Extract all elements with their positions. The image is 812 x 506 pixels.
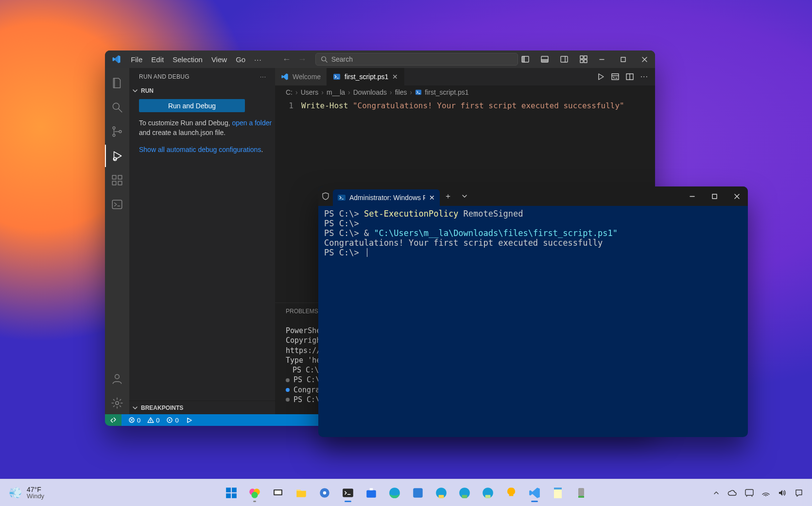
nav-forward-icon[interactable]: → xyxy=(298,54,307,65)
nav-back-icon[interactable]: ← xyxy=(282,54,291,65)
svg-rect-26 xyxy=(415,90,421,95)
editor-tabs: Welcome first_script.ps1 ✕ ··· xyxy=(275,68,655,85)
vscode-logo-icon xyxy=(281,73,289,81)
new-tab-button[interactable]: ＋ xyxy=(440,186,456,206)
activity-settings-icon[interactable] xyxy=(105,392,129,414)
svg-rect-44 xyxy=(366,490,376,497)
taskbar-app-rufus[interactable] xyxy=(571,483,591,503)
panel-tab-problems[interactable]: PROBLEMS xyxy=(286,308,318,315)
activity-powershell-icon[interactable] xyxy=(105,193,129,216)
taskbar-app-vscode[interactable] xyxy=(524,483,545,503)
layout-sidebar-right-icon[interactable] xyxy=(557,52,571,67)
taskbar-app-taskview[interactable] xyxy=(268,483,288,503)
run-file-icon[interactable] xyxy=(597,73,605,81)
svg-rect-55 xyxy=(578,488,584,496)
maximize-button[interactable] xyxy=(612,51,634,68)
breadcrumb[interactable]: C:› Users› m__la› Downloads› files› firs… xyxy=(275,85,655,99)
taskbar-app-edge-can[interactable] xyxy=(431,483,451,503)
svg-point-21 xyxy=(115,374,120,379)
vscode-titlebar: File Edit Selection View Go ··· ← → Sear… xyxy=(105,51,655,68)
tray-chevron-up-icon[interactable] xyxy=(713,489,720,496)
debug-console-icon[interactable] xyxy=(611,73,619,81)
tray-language-icon[interactable] xyxy=(745,489,754,497)
tray-volume-icon[interactable] xyxy=(778,489,787,497)
status-errors[interactable]: 0 xyxy=(128,417,140,424)
menu-selection[interactable]: Selection xyxy=(169,53,207,66)
svg-rect-40 xyxy=(275,490,281,494)
menu-more[interactable]: ··· xyxy=(250,53,266,66)
status-debug-icon[interactable] xyxy=(186,417,193,424)
menu-view[interactable]: View xyxy=(207,53,231,66)
start-button[interactable] xyxy=(221,483,242,503)
search-placeholder: Search xyxy=(331,55,353,63)
chevron-down-icon xyxy=(132,88,138,94)
crumb[interactable]: files xyxy=(395,88,407,96)
tray-notifications-icon[interactable] xyxy=(795,489,803,497)
taskbar-app-edge-dev[interactable] xyxy=(478,483,498,503)
panel-more-icon[interactable]: ··· xyxy=(260,73,266,80)
status-ports[interactable]: 0 xyxy=(166,417,178,424)
terminal-tab[interactable]: Administrator: Windows Powe ✕ xyxy=(333,189,440,206)
taskbar-app-generic1[interactable] xyxy=(408,483,428,503)
tab-file[interactable]: first_script.ps1 ✕ xyxy=(327,68,404,85)
layout-customize-icon[interactable] xyxy=(576,52,591,67)
taskbar-app-terminal[interactable] xyxy=(338,483,358,503)
taskbar-app-settings[interactable] xyxy=(314,483,335,503)
token-string: "Congratulations! Your first script exec… xyxy=(353,101,624,110)
close-button[interactable] xyxy=(634,51,655,68)
run-and-debug-button[interactable]: Run and Debug xyxy=(139,99,245,112)
menu-go[interactable]: Go xyxy=(232,53,249,66)
activity-explorer-icon[interactable] xyxy=(105,72,129,94)
taskbar-app-edge[interactable] xyxy=(384,483,405,503)
activity-scm-icon[interactable] xyxy=(105,120,129,143)
activity-extensions-icon[interactable] xyxy=(105,169,129,191)
crumb[interactable]: C: xyxy=(286,88,293,96)
split-editor-icon[interactable] xyxy=(626,73,634,81)
crumb[interactable]: Downloads xyxy=(353,88,387,96)
taskbar-app-edge-beta[interactable] xyxy=(454,483,475,503)
taskbar-app-store[interactable] xyxy=(361,483,381,503)
minimize-button[interactable] xyxy=(591,51,612,68)
menu-file[interactable]: File xyxy=(127,53,146,66)
taskbar-app-colorful[interactable] xyxy=(244,483,265,503)
tab-close-icon[interactable]: ✕ xyxy=(429,194,435,202)
open-folder-link[interactable]: open a folder xyxy=(232,119,272,127)
taskbar-app-tips[interactable] xyxy=(501,483,521,503)
tab-close-icon[interactable]: ✕ xyxy=(392,73,398,81)
taskbar-app-explorer[interactable] xyxy=(291,483,311,503)
editor-more-icon[interactable]: ··· xyxy=(640,72,648,81)
tab-welcome[interactable]: Welcome xyxy=(275,68,327,85)
close-button[interactable] xyxy=(726,186,748,206)
svg-rect-52 xyxy=(485,495,490,498)
minimize-button[interactable] xyxy=(681,186,703,206)
admin-shield-icon xyxy=(318,186,333,206)
crumb[interactable]: first_script.ps1 xyxy=(425,88,468,96)
activity-run-debug-icon[interactable] xyxy=(105,145,129,167)
taskbar-app-notepad[interactable] xyxy=(548,483,568,503)
activity-search-icon[interactable] xyxy=(105,96,129,118)
maximize-button[interactable] xyxy=(703,186,726,206)
command-center-search[interactable]: Search xyxy=(315,53,518,66)
tray-network-icon[interactable] xyxy=(761,489,770,496)
crumb[interactable]: m__la xyxy=(327,88,345,96)
taskbar-weather[interactable]: 💨 47°F Windy xyxy=(0,486,44,499)
svg-point-38 xyxy=(251,491,258,498)
tab-dropdown-icon[interactable] xyxy=(456,186,473,206)
layout-panel-icon[interactable] xyxy=(537,52,552,67)
activity-account-icon[interactable] xyxy=(105,368,129,390)
run-section-header[interactable]: RUN xyxy=(129,85,275,97)
run-section-label: RUN xyxy=(141,87,154,94)
vscode-window-controls xyxy=(591,51,655,68)
token-cmd: Write-Host xyxy=(301,101,348,110)
layout-sidebar-left-icon[interactable] xyxy=(518,52,533,67)
remote-indicator[interactable] xyxy=(105,414,121,426)
status-warnings[interactable]: 0 xyxy=(147,417,159,424)
crumb[interactable]: Users xyxy=(301,88,319,96)
svg-rect-16 xyxy=(112,175,116,179)
breakpoints-section[interactable]: BREAKPOINTS xyxy=(129,401,275,414)
terminal-content[interactable]: PS C:\> Set-ExecutionPolicy RemoteSigned… xyxy=(318,206,748,437)
show-configs-link[interactable]: Show all automatic debug configurations xyxy=(139,146,261,153)
menu-edit[interactable]: Edit xyxy=(147,53,168,66)
tray-onedrive-icon[interactable] xyxy=(727,489,737,496)
terminal-window-controls xyxy=(681,186,748,206)
